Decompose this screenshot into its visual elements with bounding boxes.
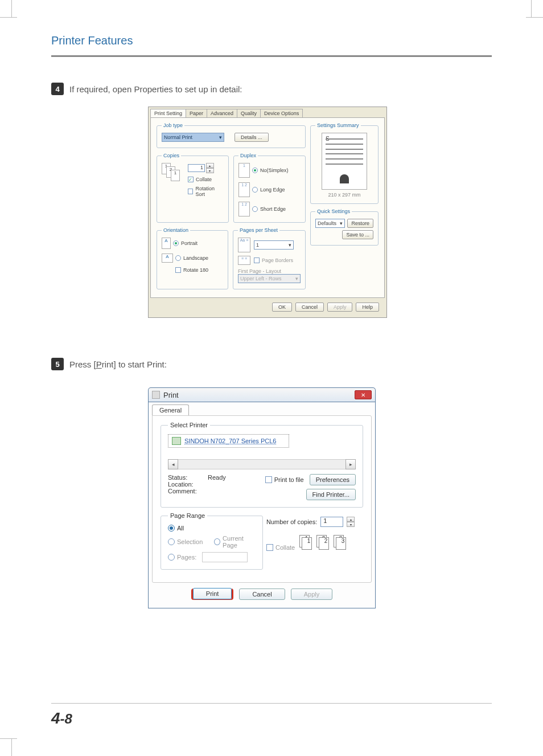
job-type-value: Normal Print	[164, 134, 192, 140]
printer-scrollbar[interactable]: ◂ ▸	[168, 459, 356, 469]
landscape-radio[interactable]: ALandscape	[162, 254, 223, 263]
scroll-right-icon[interactable]: ▸	[345, 459, 356, 469]
pps-value: 1	[256, 242, 259, 248]
saveto-button[interactable]: Save to ...	[342, 230, 373, 239]
chevron-down-icon: ▾	[289, 242, 291, 248]
rotation-sort-label: Rotation Sort	[195, 186, 224, 197]
collate-stack-icon: 11 22 33	[299, 535, 348, 551]
tab-print-setting[interactable]: Print Setting	[150, 109, 186, 117]
copies-stack-icon: 1 2 1	[162, 163, 183, 182]
select-printer-legend: Select Printer	[168, 422, 210, 428]
step-5-badge: 5	[51, 358, 64, 370]
tab-paper[interactable]: Paper	[186, 109, 207, 117]
pages-per-sheet-group: Pages per Sheet Aa ≡ 1▾ ≡ ≡ Page Borders…	[233, 227, 306, 289]
preferences-button[interactable]: Preferences	[310, 474, 356, 485]
find-printer-button[interactable]: Find Printer...	[306, 489, 356, 500]
print-title: Print	[163, 391, 179, 399]
range-current-label: Current Page	[223, 535, 256, 549]
copies-spin-buttons[interactable]: ▴▾	[347, 517, 355, 527]
cancel-button[interactable]: Cancel	[295, 303, 324, 312]
settings-summary-group: Settings Summary S 210 x 297 mm	[310, 122, 379, 204]
pps-legend: Pages per Sheet	[238, 227, 279, 233]
quick-settings-value: Defaults	[318, 220, 336, 226]
close-icon[interactable]: ✕	[355, 390, 372, 399]
page-borders-checkbox[interactable]: Page Borders	[254, 258, 293, 263]
ok-button[interactable]: OK	[272, 303, 292, 312]
help-button[interactable]: Help	[356, 303, 379, 312]
range-pages-radio: Pages:	[168, 552, 256, 562]
properties-dialog: Print Setting Paper Advanced Quality Dev…	[148, 107, 387, 318]
tab-general[interactable]: General	[152, 404, 189, 415]
print-to-file-label: Print to file	[274, 476, 304, 483]
range-selection-radio: Selection	[168, 535, 203, 549]
range-all-label: All	[177, 525, 184, 532]
chevron-down-icon: ▾	[219, 134, 222, 140]
pps-layout-icon: ≡ ≡	[238, 256, 250, 265]
collate-label-print: Collate	[275, 544, 295, 551]
range-selection-label: Selection	[177, 538, 203, 545]
collate-label: Collate	[196, 177, 212, 182]
quick-settings-select[interactable]: Defaults▾	[315, 219, 345, 228]
rotate180-checkbox[interactable]: Rotate 180	[175, 267, 223, 273]
printer-icon	[152, 391, 160, 399]
job-type-select[interactable]: Normal Print ▾	[162, 133, 224, 142]
restore-button[interactable]: Restore	[347, 219, 373, 228]
copies-spin-buttons[interactable]: ▴▾	[206, 163, 214, 173]
copies-group: Copies 1 2 1 1 ▴▾	[157, 153, 229, 223]
tab-quality[interactable]: Quality	[237, 109, 261, 117]
duplex-no-radio[interactable]: 1No(Simplex)	[238, 163, 301, 178]
collate-checkbox[interactable]: ✓Collate	[188, 177, 224, 182]
portrait-radio[interactable]: APortrait	[162, 238, 223, 249]
comment-label: Comment:	[168, 488, 202, 495]
copies-spinner[interactable]: 1	[188, 164, 205, 172]
step-4-row: 4 If required, open Properties to set up…	[51, 83, 492, 95]
orientation-legend: Orientation	[162, 227, 190, 233]
print-button-row: Print Cancel Apply	[152, 589, 372, 600]
status-label: Status:	[168, 474, 202, 481]
tab-device-options[interactable]: Device Options	[260, 109, 303, 117]
footer-rule	[51, 703, 492, 704]
duplex-short-radio[interactable]: 1 2Short Edge	[238, 202, 301, 216]
print-dialog: Print ✕ General Select Printer SINDOH N7…	[148, 387, 376, 608]
duplex-legend: Duplex	[238, 153, 258, 158]
cancel-button-print[interactable]: Cancel	[239, 589, 285, 600]
printer-name: SINDOH N702_707 Series PCL6	[184, 438, 276, 444]
header-rule	[51, 55, 492, 57]
range-all-radio[interactable]: All	[168, 525, 256, 532]
print-to-file-checkbox[interactable]: Print to file	[265, 476, 304, 483]
job-type-legend: Job type	[162, 122, 184, 128]
duplex-no-label: No(Simplex)	[260, 167, 289, 173]
duplex-short-label: Short Edge	[260, 206, 286, 212]
page-range-legend: Page Range	[168, 512, 207, 519]
rotate180-label: Rotate 180	[183, 267, 208, 273]
print-button[interactable]: Print	[193, 588, 232, 599]
first-page-layout-value: Upper Left - Rows	[240, 276, 282, 281]
print-button-highlight: Print	[191, 589, 234, 600]
print-titlebar: Print ✕	[148, 387, 376, 402]
properties-button-row: OK Cancel Apply Help	[150, 303, 385, 312]
pps-select[interactable]: 1▾	[254, 240, 294, 250]
scroll-left-icon[interactable]: ◂	[168, 459, 178, 469]
first-page-layout-label: First Page - Layout	[238, 268, 301, 274]
copies-label: Number of copies:	[266, 518, 317, 525]
printer-item[interactable]: SINDOH N702_707 Series PCL6	[168, 434, 289, 448]
paper-preview: S	[322, 133, 367, 190]
chevron-down-icon: ▾	[295, 276, 298, 281]
location-label: Location:	[168, 481, 202, 488]
duplex-long-radio[interactable]: 1 2Long Edge	[238, 182, 301, 197]
range-pages-input	[202, 552, 248, 562]
tab-advanced[interactable]: Advanced	[207, 109, 237, 117]
copies-legend: Copies	[162, 153, 181, 158]
page-range-group: Page Range All Selection Current Page Pa…	[161, 512, 263, 570]
job-type-group: Job type Normal Print ▾ Details ...	[157, 122, 306, 148]
apply-button: Apply	[327, 303, 353, 312]
quick-settings-legend: Quick Settings	[315, 209, 352, 214]
chevron-down-icon: ▾	[340, 220, 343, 226]
copies-input[interactable]: 1	[320, 517, 343, 527]
details-button[interactable]: Details ...	[235, 133, 269, 142]
status-value: Ready	[208, 474, 226, 481]
select-printer-group: Select Printer SINDOH N702_707 Series PC…	[161, 422, 363, 508]
rotation-sort-checkbox[interactable]: Rotation Sort	[188, 186, 224, 197]
settings-summary-legend: Settings Summary	[315, 122, 361, 128]
duplex-long-label: Long Edge	[260, 187, 285, 193]
